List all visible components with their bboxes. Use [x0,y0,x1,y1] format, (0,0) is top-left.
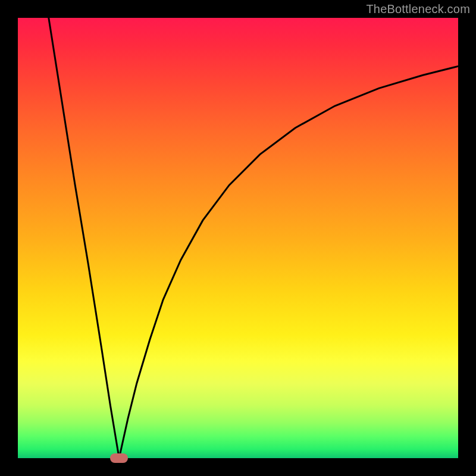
chart-frame: TheBottleneck.com [0,0,476,476]
watermark-text: TheBottleneck.com [366,2,470,16]
optimal-point-marker [110,453,128,463]
bottleneck-curve [18,18,458,458]
plot-area [18,18,458,458]
